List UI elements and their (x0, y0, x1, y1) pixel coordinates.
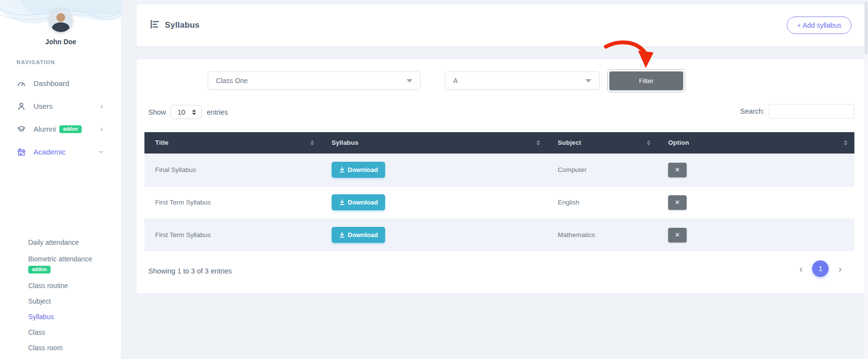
chevron-right-icon: › (100, 125, 103, 133)
submenu-item-label: Syllabus (28, 313, 54, 321)
sort-icon (536, 140, 540, 145)
delete-button[interactable]: ✕ (668, 163, 687, 177)
scrollbar-track[interactable] (864, 0, 868, 359)
add-syllabus-button[interactable]: + Add syllabus (787, 17, 851, 34)
column-header-syllabus[interactable]: Syllabus (321, 132, 547, 154)
submenu-item-class[interactable]: Class (0, 325, 122, 340)
syllabus-table: Title Syllabus Subject Option (144, 132, 854, 251)
entries-label: entries (207, 108, 228, 116)
page-size-value: 10 (177, 108, 185, 116)
academic-submenu: Daily attendance Biometric attendance ad… (0, 235, 122, 359)
delete-button[interactable]: ✕ (668, 228, 687, 242)
submenu-item-department[interactable]: Department (0, 356, 122, 359)
submenu-item-label: Class routine (28, 282, 68, 290)
download-button-label: Download (348, 166, 378, 173)
section-filter-select[interactable]: A (445, 71, 600, 90)
column-header-label: Option (668, 139, 689, 146)
spinner-icon (192, 109, 196, 115)
sort-icon (844, 140, 848, 145)
column-header-title[interactable]: Title (144, 132, 321, 154)
submenu-item-label: Class (28, 328, 45, 336)
filter-button[interactable]: Filter (609, 71, 683, 90)
cell-subject: English (547, 186, 657, 219)
search-label: Search: (740, 107, 764, 115)
submenu-item-label: Class room (28, 344, 63, 352)
caret-down-icon (585, 79, 591, 83)
submenu-item-class-routine[interactable]: Class routine (0, 278, 122, 293)
navigation-section-label: NAVIGATION (17, 59, 55, 65)
app-root: John Doe NAVIGATION Dashboard Users (0, 0, 868, 359)
download-button[interactable]: Download (332, 227, 385, 243)
class-filter-value: Class One (216, 77, 248, 85)
column-header-label: Syllabus (332, 139, 358, 146)
table-row: Final Syllabus Download Computer ✕ (144, 154, 854, 186)
addon-badge: addon (28, 266, 51, 274)
submenu-item-syllabus[interactable]: Syllabus (0, 309, 122, 325)
table-row: First Term Syllabus Download Mathematics… (144, 219, 854, 251)
addon-badge: addon (59, 125, 82, 133)
pagination-page-1[interactable]: 1 (812, 260, 829, 277)
table-row: First Term Syllabus Download English ✕ (144, 186, 854, 219)
download-button-label: Download (348, 231, 378, 239)
sidebar-item-users[interactable]: Users › (0, 95, 122, 118)
download-icon (339, 199, 345, 205)
submenu-item-biometric-attendance[interactable]: Biometric attendance addon (0, 250, 122, 278)
cell-subject: Mathematics (547, 219, 657, 251)
column-header-option[interactable]: Option (657, 132, 854, 154)
cell-title: First Term Syllabus (144, 186, 321, 219)
download-icon (339, 232, 345, 238)
sidebar-item-academic[interactable]: Academic › (0, 140, 122, 163)
page-title: Syllabus (165, 20, 200, 30)
entries-summary: Showing 1 to 3 of 3 entries (148, 267, 232, 275)
download-button-label: Download (348, 199, 378, 206)
chevron-down-icon: › (98, 151, 106, 154)
sidebar-item-alumni[interactable]: Alumni addon › (0, 118, 122, 140)
sidebar-item-label: Academic (34, 148, 66, 156)
page-size-select[interactable]: 10 (171, 105, 202, 119)
column-header-subject[interactable]: Subject (547, 132, 657, 154)
scrollbar-thumb[interactable] (865, 1, 868, 54)
download-button[interactable]: Download (332, 162, 385, 178)
submenu-item-daily-attendance[interactable]: Daily attendance (0, 235, 122, 250)
submenu-item-label: Daily attendance (28, 239, 79, 246)
sidebar-item-label: Alumni (34, 125, 56, 133)
delete-button[interactable]: ✕ (668, 195, 687, 210)
sidebar-item-label: Dashboard (34, 79, 69, 87)
class-filter-select[interactable]: Class One (208, 71, 421, 90)
table-header-row: Title Syllabus Subject Option (144, 132, 854, 154)
caret-down-icon (407, 79, 412, 83)
sort-icon (310, 140, 314, 145)
syllabus-content-card: Class One A Filter Show 10 entries Searc… (137, 59, 864, 293)
submenu-item-label: Biometric attendance (28, 255, 92, 263)
cell-title: First Term Syllabus (144, 219, 321, 251)
page-size-control: Show 10 entries (148, 105, 228, 119)
pagination: ‹ 1 › (799, 260, 842, 277)
column-header-label: Subject (558, 139, 581, 146)
download-button[interactable]: Download (332, 194, 385, 210)
download-icon (339, 167, 345, 173)
section-filter-value: A (453, 77, 458, 85)
sidebar-item-label: Users (34, 102, 53, 110)
cell-title: Final Syllabus (144, 154, 321, 186)
sidebar: John Doe NAVIGATION Dashboard Users (0, 0, 122, 359)
chevron-right-icon: › (100, 102, 103, 110)
alumni-icon (17, 124, 26, 134)
user-avatar[interactable] (49, 9, 72, 32)
syllabus-list-icon (149, 19, 160, 32)
user-name: John Doe (0, 38, 122, 46)
academic-icon (17, 147, 26, 157)
sort-icon (647, 140, 651, 145)
search-input[interactable] (769, 104, 854, 119)
submenu-item-subject[interactable]: Subject (0, 293, 122, 309)
sidebar-item-dashboard[interactable]: Dashboard (0, 72, 122, 95)
users-icon (17, 102, 26, 111)
pagination-next-button[interactable]: › (838, 264, 842, 274)
sidebar-nav: Dashboard Users › Alumni addon (0, 72, 122, 163)
submenu-item-label: Subject (28, 297, 51, 305)
submenu-item-class-room[interactable]: Class room (0, 340, 122, 356)
dashboard-icon (17, 79, 26, 88)
pagination-prev-button[interactable]: ‹ (799, 264, 803, 274)
cell-subject: Computer (547, 154, 657, 186)
column-header-label: Title (155, 139, 169, 146)
filter-button-highlight-ring: Filter (607, 69, 685, 92)
